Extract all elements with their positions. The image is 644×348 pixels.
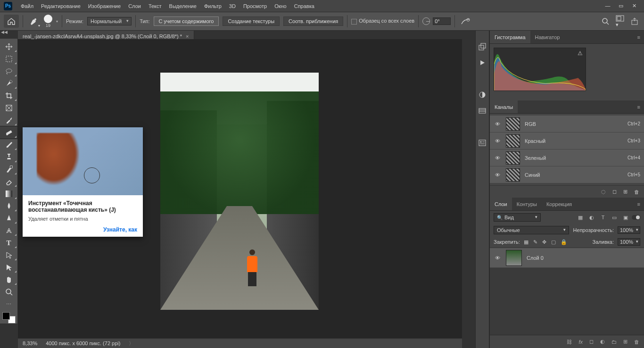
layer-row[interactable]: 👁 Слой 0	[490, 248, 644, 268]
move-tool[interactable]	[0, 41, 17, 53]
menu-image[interactable]: Изображение	[84, 3, 124, 9]
window-minimize-icon[interactable]: —	[604, 3, 611, 9]
lasso-tool[interactable]	[0, 65, 17, 77]
foreground-color-swatch[interactable]	[2, 312, 10, 320]
layer-filter-kind-select[interactable]: 🔍Вид	[494, 213, 541, 222]
tab-channels[interactable]: Каналы	[490, 100, 518, 113]
menu-view[interactable]: Просмотр	[239, 3, 271, 9]
visibility-eye-icon[interactable]: 👁	[494, 155, 501, 161]
visibility-eye-icon[interactable]: 👁	[494, 121, 501, 127]
styles-panel-icon[interactable]	[478, 106, 487, 116]
layer-mask-icon[interactable]: ◻	[589, 339, 594, 345]
opacity-input[interactable]: 100%	[618, 226, 640, 234]
brush-dropdown-icon[interactable]: ▾	[56, 19, 58, 24]
document-canvas[interactable]	[160, 73, 319, 310]
filter-adjust-icon[interactable]: ◐	[588, 215, 595, 221]
tab-layers[interactable]: Слои	[490, 198, 512, 210]
delete-layer-icon[interactable]: 🗑	[634, 339, 639, 345]
group-icon[interactable]: 🗀	[611, 339, 617, 345]
status-menu-icon[interactable]: 〉	[129, 340, 134, 347]
pen-tool[interactable]	[0, 224, 17, 237]
screen-mode-icon[interactable]: ▾	[616, 15, 624, 28]
tab-navigator[interactable]: Навигатор	[530, 31, 565, 43]
visibility-eye-icon[interactable]: 👁	[494, 138, 501, 144]
type-proximity-button[interactable]: Соотв. приближения	[283, 17, 343, 26]
tab-paths[interactable]: Контуры	[512, 198, 542, 210]
delete-channel-icon[interactable]: 🗑	[634, 189, 639, 195]
type-tool[interactable]: T	[0, 237, 17, 249]
menu-3d[interactable]: 3D	[225, 3, 239, 9]
filter-type-icon[interactable]: T	[600, 215, 606, 221]
angle-dial-icon[interactable]	[422, 17, 430, 25]
eyedropper-tool[interactable]	[0, 114, 17, 126]
layer-name[interactable]: Слой 0	[527, 255, 544, 261]
window-maximize-icon[interactable]: ▭	[618, 3, 624, 9]
adjustment-layer-icon[interactable]: ◐	[600, 339, 605, 345]
path-select-tool[interactable]	[0, 249, 17, 261]
menu-help[interactable]: Справка	[290, 3, 318, 9]
frame-tool[interactable]	[0, 102, 17, 114]
filter-pixel-icon[interactable]: ▦	[577, 215, 584, 221]
blend-mode-select[interactable]: Нормальный	[87, 17, 132, 25]
collapse-handle-icon[interactable]: ◀◀	[1, 30, 8, 34]
fill-input[interactable]: 100%	[618, 238, 640, 246]
clone-stamp-tool[interactable]	[0, 151, 17, 163]
spot-healing-brush-tool[interactable]	[0, 126, 17, 139]
type-create-texture-button[interactable]: Создание текстуры	[223, 17, 280, 26]
filter-shape-icon[interactable]: ▭	[611, 215, 618, 221]
close-tab-icon[interactable]: ×	[186, 33, 189, 39]
panel-menu-icon[interactable]: ≡	[634, 100, 644, 113]
lock-position-brush-icon[interactable]: ✎	[533, 239, 537, 245]
angle-input[interactable]: 0°	[433, 17, 451, 25]
brush-size-preview[interactable]: 19	[44, 15, 52, 28]
current-tool-icon[interactable]: ▾	[27, 15, 40, 28]
filter-smart-icon[interactable]: ▣	[622, 215, 629, 221]
layer-thumbnail[interactable]	[506, 250, 522, 266]
hand-tool[interactable]	[0, 273, 17, 286]
window-close-icon[interactable]: ✕	[631, 3, 637, 9]
tooltip-learn-link[interactable]: Узнайте, как	[28, 226, 137, 233]
layer-blend-mode-select[interactable]: Обычные	[494, 226, 569, 234]
menu-file[interactable]: Файл	[17, 3, 37, 9]
dodge-tool[interactable]	[0, 212, 17, 224]
color-panel-icon[interactable]	[478, 42, 487, 51]
type-content-aware-button[interactable]: С учетом содержимого	[154, 17, 219, 26]
panel-menu-icon[interactable]: ≡	[634, 198, 644, 210]
load-selection-icon[interactable]: ◌	[601, 189, 606, 195]
histogram-warning-icon[interactable]: ⚠	[578, 50, 583, 57]
color-swatches[interactable]	[2, 312, 16, 323]
visibility-eye-icon[interactable]: 👁	[494, 172, 501, 178]
tab-histogram[interactable]: Гистограмма	[490, 31, 530, 43]
new-channel-icon[interactable]: ⊞	[623, 189, 627, 195]
filter-toggle-switch[interactable]	[632, 215, 640, 220]
channel-row-red[interactable]: 👁 Красный Ctrl+3	[490, 133, 644, 149]
quick-select-tool[interactable]	[0, 77, 17, 90]
menu-text[interactable]: Текст	[145, 3, 165, 9]
menu-layers[interactable]: Слои	[124, 3, 145, 9]
lock-move-icon[interactable]: ✥	[542, 239, 546, 245]
share-icon[interactable]	[631, 17, 638, 25]
status-doc-info[interactable]: 4000 пикс. x 6000 пикс. (72 ppi)	[46, 340, 120, 346]
panel-menu-icon[interactable]: ≡	[634, 31, 644, 43]
zoom-tool[interactable]	[0, 286, 17, 298]
home-button[interactable]	[4, 15, 19, 28]
new-layer-icon[interactable]: ⊞	[623, 339, 627, 345]
save-selection-icon[interactable]: ◻	[612, 189, 617, 195]
actions-panel-icon[interactable]	[478, 58, 487, 67]
status-zoom[interactable]: 8,33%	[23, 340, 37, 346]
adjustments-panel-icon[interactable]	[478, 90, 487, 99]
gradient-tool[interactable]	[0, 188, 17, 200]
properties-panel-icon[interactable]	[478, 138, 487, 148]
channel-row-rgb[interactable]: 👁 RGB Ctrl+2	[490, 116, 644, 133]
crop-tool[interactable]	[0, 90, 17, 102]
pressure-size-icon[interactable]	[459, 15, 472, 28]
edit-toolbar-button[interactable]: ⋯	[0, 298, 17, 310]
menu-filter[interactable]: Фильтр	[200, 3, 225, 9]
sample-all-layers-checkbox[interactable]: Образец со всех слоев	[351, 18, 414, 24]
blur-tool[interactable]	[0, 200, 17, 212]
eraser-tool[interactable]	[0, 175, 17, 188]
visibility-eye-icon[interactable]: 👁	[494, 255, 501, 261]
lock-artboard-icon[interactable]: ▢	[551, 239, 556, 245]
lock-pixels-icon[interactable]: ▦	[524, 239, 528, 245]
channel-row-green[interactable]: 👁 Зеленый Ctrl+4	[490, 149, 644, 166]
